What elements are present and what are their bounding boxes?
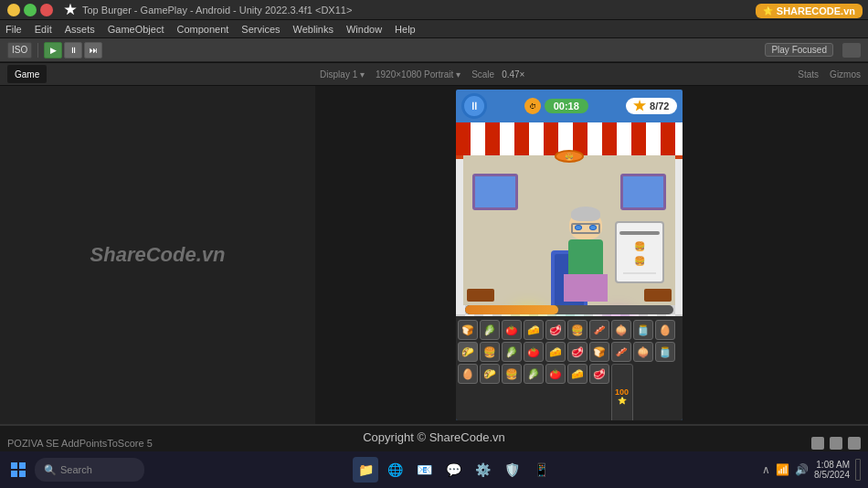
ingredient-egg[interactable]: 🥚 xyxy=(655,320,675,340)
ingredient-burger2[interactable]: 🍔 xyxy=(480,342,500,362)
ingredient-lettuce[interactable]: 🥬 xyxy=(480,320,500,340)
windows-start-button[interactable] xyxy=(7,459,29,481)
pause-button[interactable]: ⏸ xyxy=(64,42,82,58)
main-content: ShareCode.vn ⏸ ⏱ 00:18 8/72 xyxy=(0,86,868,424)
status-icon-1 xyxy=(811,437,824,450)
ingredient-on2[interactable]: 🧅 xyxy=(633,342,653,362)
menu-help[interactable]: Help xyxy=(395,24,416,35)
menu-weblinks[interactable]: Weblinks xyxy=(293,24,333,35)
ingredient-bur3[interactable]: 🍔 xyxy=(502,364,522,384)
ingredient-eg2[interactable]: 🥚 xyxy=(458,364,478,384)
tab-stats[interactable]: Stats xyxy=(798,69,819,80)
order-board: 🍔 🍔 xyxy=(615,221,664,283)
ingredient-tray: 🍞 🥬 🍅 🧀 🥩 🍔 🥓 🧅 🫙 🥚 🌮 🍔 🥬 🍅 🧀 🥩 xyxy=(456,316,683,420)
ingredient-wr2[interactable]: 🌮 xyxy=(480,364,500,384)
ingredient-le3[interactable]: 🥬 xyxy=(524,364,544,384)
ingredient-bacon[interactable]: 🥓 xyxy=(589,320,609,340)
ingredient-pa3[interactable]: 🥩 xyxy=(589,364,609,384)
taskbar-network-icon[interactable]: 📶 xyxy=(776,463,789,476)
play-button[interactable]: ▶ xyxy=(44,42,62,58)
game-viewport: ⏸ ⏱ 00:18 8/72 🍔 xyxy=(456,90,683,420)
ingredient-bun-bottom[interactable]: 🍞 xyxy=(458,320,478,340)
tab-game[interactable]: Game xyxy=(7,65,47,83)
taskbar-left: 🔍 Search xyxy=(7,458,144,482)
toolbar-view-group: ISO xyxy=(7,42,32,58)
char-hair xyxy=(571,207,600,221)
taskbar-show-desktop[interactable] xyxy=(855,459,861,481)
status-icon-2 xyxy=(830,437,842,450)
tab-scale: Scale xyxy=(471,69,494,80)
clock-time: 1:08 AM xyxy=(814,460,850,470)
game-character xyxy=(558,210,613,302)
taskbar-explorer-icon[interactable]: 📁 xyxy=(353,457,378,483)
taskbar-edge-icon[interactable]: 🌐 xyxy=(382,457,408,483)
taskbar: 🔍 Search 📁 🌐 📧 💬 ⚙️ 🛡️ 📱 ∧ 📶 🔊 1:08 AM 8… xyxy=(0,451,868,488)
toolbar: ISO ▶ ⏸ ⏭ Play Focused xyxy=(0,38,868,62)
minimize-button[interactable] xyxy=(7,4,20,16)
menu-component[interactable]: Component xyxy=(176,24,228,35)
search-label: Search xyxy=(60,464,92,475)
trophy-icon xyxy=(633,100,646,112)
menu-bar: File Edit Assets GameObject Component Se… xyxy=(0,20,868,38)
play-focused-badge: Play Focused xyxy=(765,43,833,57)
table-right xyxy=(644,289,672,302)
order-item-2: 🍔 xyxy=(634,256,645,266)
menu-window[interactable]: Window xyxy=(346,24,382,35)
sharecode-logo: ⭐ SHARECODE.vn xyxy=(756,4,863,18)
toolbar-settings-icon[interactable] xyxy=(842,43,861,58)
mini-score-text: 100 xyxy=(615,387,629,397)
taskbar-phone-icon[interactable]: 📱 xyxy=(528,457,554,483)
tab-gizmos[interactable]: Gizmos xyxy=(830,69,861,80)
window-left xyxy=(472,174,518,210)
close-button[interactable] xyxy=(40,4,53,16)
taskbar-settings-icon[interactable]: ⚙️ xyxy=(470,457,495,483)
ingredient-bun-top[interactable]: 🍔 xyxy=(567,320,587,340)
ingredient-tom2[interactable]: 🍅 xyxy=(524,342,544,362)
timer-display: 00:18 xyxy=(545,99,588,113)
ingredient-ch2[interactable]: 🧀 xyxy=(545,342,566,362)
taskbar-shield-icon[interactable]: 🛡️ xyxy=(499,457,524,483)
status-right-icons xyxy=(811,437,861,450)
taskbar-chevron-icon[interactable]: ∧ xyxy=(762,463,770,476)
char-body xyxy=(568,239,603,274)
ingredient-green[interactable]: 🥬 xyxy=(502,342,522,362)
ingredient-sauce[interactable]: 🫙 xyxy=(633,320,653,340)
status-message: POZIVA SE AddPointsToScore 5 xyxy=(7,438,153,449)
menu-file[interactable]: File xyxy=(5,24,22,35)
view-mode-button[interactable]: ISO xyxy=(7,42,32,58)
taskbar-sound-icon[interactable]: 🔊 xyxy=(795,463,809,476)
step-button[interactable]: ⏭ xyxy=(84,42,102,58)
ingredient-sa2[interactable]: 🫙 xyxy=(655,342,675,362)
ingredient-bn2[interactable]: 🍞 xyxy=(589,342,609,362)
ingredient-bac2[interactable]: 🥓 xyxy=(611,342,631,362)
taskbar-search[interactable]: 🔍 Search xyxy=(35,458,144,482)
char-head xyxy=(569,210,602,239)
ingredient-tomato[interactable]: 🍅 xyxy=(502,320,522,340)
ingredient-ch3[interactable]: 🧀 xyxy=(567,364,587,384)
taskbar-mail-icon[interactable]: 📧 xyxy=(411,457,437,483)
menu-gameobject[interactable]: GameObject xyxy=(108,24,164,35)
ingredient-onion[interactable]: 🧅 xyxy=(611,320,631,340)
menu-assets[interactable]: Assets xyxy=(65,24,95,35)
progress-bar-fill xyxy=(465,305,559,314)
menu-services[interactable]: Services xyxy=(241,24,280,35)
system-clock[interactable]: 1:08 AM 8/5/2024 xyxy=(814,460,850,480)
search-icon: 🔍 xyxy=(44,464,57,476)
table-left xyxy=(467,289,494,302)
ingredient-patty[interactable]: 🥩 xyxy=(545,320,566,340)
maximize-button[interactable] xyxy=(24,4,37,16)
ingredient-cheese[interactable]: 🧀 xyxy=(524,320,544,340)
tab-display[interactable]: Display 1 ▾ xyxy=(320,69,365,80)
windows-logo-icon xyxy=(11,462,26,477)
menu-edit[interactable]: Edit xyxy=(35,24,52,35)
status-icon-3 xyxy=(848,437,861,450)
tab-resolution[interactable]: 1920×1080 Portrait ▾ xyxy=(376,69,460,80)
mini-star: ⭐ xyxy=(618,397,627,405)
taskbar-teams-icon[interactable]: 💬 xyxy=(440,457,466,483)
ingredient-pat2[interactable]: 🥩 xyxy=(567,342,587,362)
order-item-1: 🍔 xyxy=(634,241,645,251)
ingredient-to3[interactable]: 🍅 xyxy=(545,364,566,384)
ingredient-wrap[interactable]: 🌮 xyxy=(458,342,478,362)
window-title: Top Burger - GamePlay - Android - Unity … xyxy=(82,5,352,16)
game-pause-button[interactable]: ⏸ xyxy=(461,93,487,119)
